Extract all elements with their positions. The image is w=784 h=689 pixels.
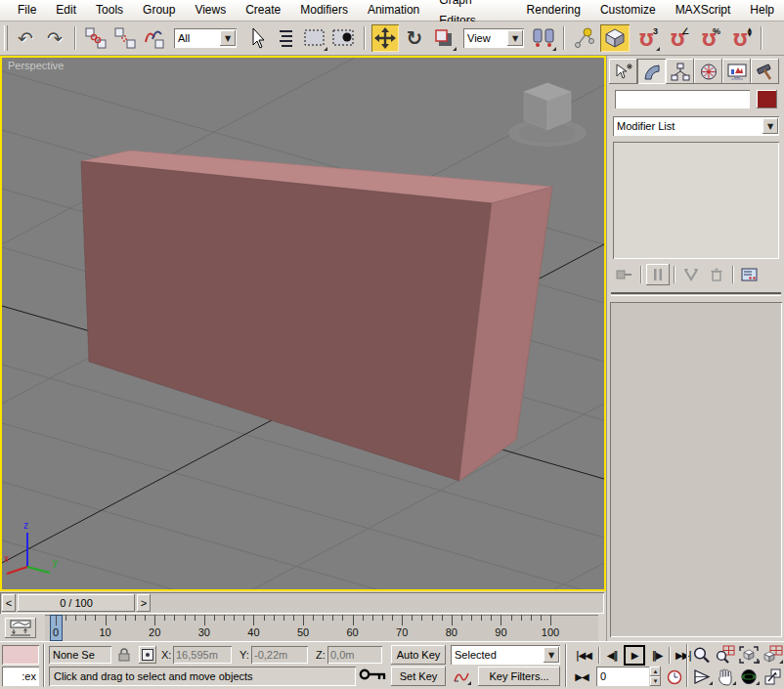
tab-hierarchy[interactable] [666,59,694,84]
redo-icon: ↷ [47,27,63,49]
selection-lock-toggle[interactable] [115,646,133,664]
ruler-tick [274,615,275,621]
menu-tools[interactable]: Tools [86,0,133,21]
select-by-name-button[interactable] [272,24,299,52]
tab-create[interactable] [609,59,637,84]
previous-frame-button[interactable]: ◀‖ [602,646,622,665]
play-button[interactable]: ▶ [624,645,645,666]
tab-modify[interactable] [637,59,666,84]
ruler-tick [85,615,86,621]
unlink-selection-button[interactable] [111,24,139,52]
spinner-snap-toggle-button[interactable]: Ω▲▼ [725,24,755,52]
time-configuration-button[interactable] [665,667,684,686]
chevron-down-icon[interactable]: ▼ [220,30,236,46]
object-name-field[interactable] [615,90,750,108]
select-and-manipulate-button[interactable] [571,24,598,52]
menu-create[interactable]: Create [236,0,290,21]
remove-modifier-button[interactable] [705,264,728,285]
zoom-extents-all-button[interactable] [761,645,784,665]
ruler-tick [95,615,96,621]
select-object-button[interactable] [242,24,270,52]
rectangular-selection-region-button[interactable] [301,24,328,52]
use-pivot-point-center-button[interactable] [530,24,557,52]
chevron-down-icon[interactable]: ▼ [544,647,559,663]
tab-utilities[interactable] [751,59,779,84]
min-max-toggle-button[interactable] [761,667,784,686]
time-slider-button[interactable]: 0 / 100 [18,594,135,612]
frame-spinner[interactable]: ▲▼ [650,667,661,686]
key-mode-toggle-button[interactable]: ▶◀ [571,667,592,686]
select-and-rotate-button[interactable]: ↻ [401,24,428,52]
menu-file[interactable]: File [8,0,46,21]
absolute-mode-transform-toggle[interactable] [139,646,156,664]
menu-animation[interactable]: Animation [358,0,429,21]
select-and-link-button[interactable] [82,24,109,52]
y-coord-field[interactable]: -0,22m [251,646,308,664]
separator [598,647,600,664]
chevron-down-icon[interactable]: ▼ [762,118,778,134]
rollout-area[interactable] [610,302,782,637]
window-crossing-toggle-button[interactable] [330,24,358,52]
angle-snap-toggle-button[interactable]: Ω∠ [663,24,692,52]
track-bar-ruler[interactable]: 0102030405060708090100 [45,615,598,641]
configure-modifier-sets-button[interactable] [738,264,762,285]
auto-key-button[interactable]: Auto Key [391,645,446,665]
viewcube[interactable] [508,83,587,147]
box-object[interactable] [81,151,552,481]
pin-stack-button[interactable] [613,264,636,285]
spinner-down-button[interactable]: ▼ [650,676,661,686]
modifier-stack-list[interactable] [613,142,779,259]
maxscript-listener-pane[interactable]: :ex [2,667,39,686]
menu-group[interactable]: Group [133,0,185,21]
keyboard-override-toggle-button[interactable] [600,24,630,52]
spinner-up-button[interactable]: ▲ [650,667,661,676]
reference-coordinate-system-dropdown[interactable]: View ▼ [463,28,524,48]
macro-recorder-pane[interactable] [2,645,39,665]
bind-to-space-warp-button[interactable] [141,24,168,52]
zoom-button[interactable] [690,645,714,665]
make-unique-button[interactable] [679,264,703,285]
z-coord-field[interactable]: 0,0m [327,646,382,664]
tab-display[interactable] [722,59,751,84]
field-of-view-button[interactable] [690,667,714,686]
menu-customize[interactable]: Customize [590,0,666,21]
key-filters-button[interactable]: Key Filters... [478,667,560,686]
set-keys-key-button[interactable] [358,664,389,685]
zoom-extents-button[interactable] [737,645,761,665]
menu-modifiers[interactable]: Modifiers [290,0,358,21]
select-and-move-button[interactable] [371,24,399,52]
perspective-viewport[interactable]: z x y Perspective [0,56,606,591]
redo-button[interactable]: ↷ [41,24,68,52]
key-filter-selection-dropdown[interactable]: Selected ▼ [451,645,560,665]
menu-views[interactable]: Views [185,0,236,21]
time-slider-prev-button[interactable]: < [2,594,16,612]
current-frame-field[interactable]: 0 [596,667,649,686]
next-frame-button[interactable]: ‖▶ [647,646,667,665]
menu-help[interactable]: Help [740,0,784,21]
set-key-button[interactable]: Set Key [391,667,446,686]
arc-rotate-button[interactable] [737,667,761,686]
open-mini-curve-editor-button[interactable] [5,618,36,638]
tab-motion[interactable] [694,59,722,84]
object-color-swatch[interactable] [757,90,777,108]
selection-lock-status-field[interactable]: None Se [49,646,111,664]
chevron-down-icon[interactable]: ▼ [507,30,523,46]
default-tangent-button[interactable] [451,667,472,686]
go-to-start-button[interactable]: |◀◀ [571,646,596,665]
toolbar-grip[interactable] [4,25,8,51]
percent-snap-toggle-button[interactable]: Ω% [694,24,723,52]
snaps-toggle-button[interactable]: Ω3 [632,24,661,52]
menu-maxscript[interactable]: MAXScript [666,0,741,21]
modifier-list-dropdown[interactable]: Modifier List ▼ [613,116,779,136]
selection-filter-dropdown[interactable]: All ▼ [174,28,237,48]
menu-rendering[interactable]: Rendering [517,0,590,21]
select-and-scale-button[interactable] [430,24,457,52]
show-end-result-button[interactable] [646,264,670,285]
undo-button[interactable]: ↶ [12,24,39,52]
x-coord-field[interactable]: 16,595m [173,646,232,664]
viewport-label[interactable]: Perspective [8,60,64,71]
menu-edit[interactable]: Edit [46,0,86,21]
time-slider-next-button[interactable]: > [137,594,151,612]
pan-button[interactable] [714,667,737,686]
zoom-all-button[interactable] [714,645,737,665]
